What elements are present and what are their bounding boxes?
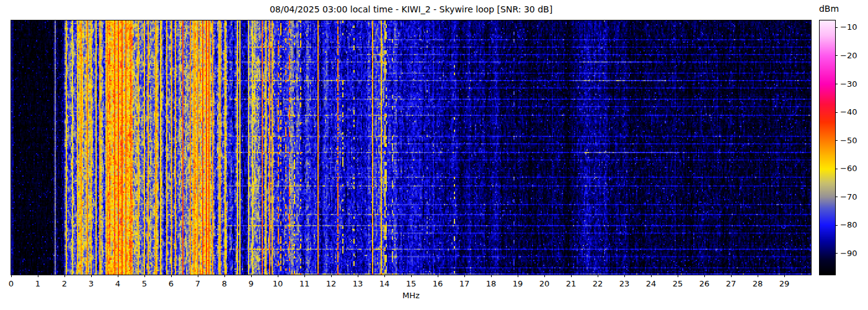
x-tick-label: 29 — [775, 279, 794, 288]
colorbar-tick — [835, 140, 838, 141]
x-tick — [624, 275, 625, 277]
x-tick-label: 13 — [348, 279, 367, 288]
x-tick — [518, 275, 518, 277]
x-tick-label: 8 — [215, 279, 234, 288]
colorbar-tick-label: −40 — [840, 107, 865, 117]
colorbar-tick-label: −90 — [840, 249, 865, 259]
x-tick-label: 7 — [188, 279, 207, 288]
x-tick — [64, 275, 65, 277]
colorbar-tick — [835, 84, 838, 84]
x-tick — [198, 275, 198, 277]
x-tick-label: 25 — [668, 279, 687, 288]
x-tick-label: 17 — [455, 279, 474, 288]
x-tick — [358, 275, 358, 277]
x-tick-label: 18 — [482, 279, 500, 288]
x-tick-label: 6 — [162, 279, 180, 288]
colorbar-tick — [835, 112, 838, 113]
x-tick — [224, 275, 225, 277]
x-tick-label: 0 — [2, 279, 20, 288]
x-tick — [784, 275, 785, 277]
x-tick — [598, 275, 598, 277]
colorbar-tick-label: −20 — [840, 51, 865, 61]
x-tick-label: 9 — [242, 279, 260, 288]
x-tick — [491, 275, 492, 277]
x-tick-label: 2 — [55, 279, 74, 288]
spectrogram-figure: 08/04/2025 03:00 local time - KIWI_2 - S… — [0, 0, 868, 310]
x-tick-label: 1 — [29, 279, 47, 288]
x-tick — [571, 275, 572, 277]
colorbar-label: dBm — [813, 4, 844, 14]
spectrogram-canvas — [11, 20, 811, 275]
colorbar-tick-label: −50 — [840, 136, 865, 146]
x-tick-label: 3 — [82, 279, 100, 288]
x-tick-label: 10 — [268, 279, 287, 288]
x-tick — [171, 275, 172, 277]
colorbar-tick-label: −30 — [840, 79, 865, 89]
x-tick-label: 12 — [322, 279, 340, 288]
x-tick-label: 19 — [508, 279, 527, 288]
x-tick — [678, 275, 678, 277]
x-tick — [464, 275, 465, 277]
colorbar-tick — [835, 253, 838, 254]
colorbar — [819, 20, 836, 275]
x-tick-label: 20 — [535, 279, 554, 288]
x-tick — [651, 275, 652, 277]
x-tick-label: 27 — [722, 279, 740, 288]
x-tick-label: 15 — [402, 279, 420, 288]
x-tick — [38, 275, 38, 277]
colorbar-tick-label: −10 — [840, 22, 865, 32]
colorbar-canvas — [820, 20, 835, 275]
x-tick — [11, 275, 12, 277]
x-tick-label: 24 — [642, 279, 660, 288]
x-tick-label: 11 — [295, 279, 314, 288]
x-tick — [118, 275, 118, 277]
x-tick-label: 23 — [615, 279, 634, 288]
x-tick-label: 4 — [108, 279, 127, 288]
colorbar-tick — [835, 55, 838, 56]
x-tick — [544, 275, 545, 277]
colorbar-tick — [835, 225, 838, 226]
colorbar-tick-label: −70 — [840, 192, 865, 202]
x-tick — [91, 275, 92, 277]
x-tick — [438, 275, 438, 277]
x-tick-label: 26 — [695, 279, 714, 288]
x-tick — [251, 275, 252, 277]
x-tick-label: 14 — [375, 279, 394, 288]
x-tick — [411, 275, 412, 277]
x-tick — [144, 275, 145, 277]
chart-title: 08/04/2025 03:00 local time - KIWI_2 - S… — [11, 4, 811, 14]
x-tick-label: 22 — [588, 279, 607, 288]
x-tick — [704, 275, 705, 277]
x-tick — [731, 275, 732, 277]
colorbar-tick — [835, 197, 838, 197]
x-tick — [758, 275, 758, 277]
colorbar-tick — [835, 27, 838, 28]
x-tick — [304, 275, 305, 277]
colorbar-tick — [835, 169, 838, 169]
x-tick — [278, 275, 278, 277]
plot-area — [11, 20, 812, 275]
x-tick-label: 16 — [428, 279, 447, 288]
x-tick-label: 21 — [562, 279, 580, 288]
x-tick-label: 28 — [748, 279, 767, 288]
x-tick — [331, 275, 332, 277]
x-tick — [384, 275, 385, 277]
x-tick-label: 5 — [135, 279, 154, 288]
x-axis-label: MHz — [11, 291, 811, 300]
colorbar-tick-label: −60 — [840, 164, 865, 174]
colorbar-tick-label: −80 — [840, 220, 865, 230]
